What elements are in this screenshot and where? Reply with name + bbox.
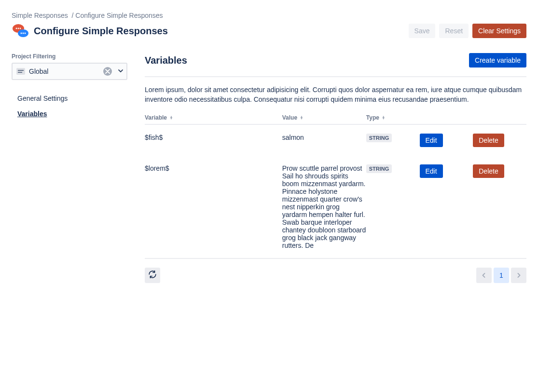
cell-value: salmon bbox=[282, 134, 366, 141]
section-description: Lorem ipsum, dolor sit amet consectetur … bbox=[145, 85, 526, 105]
col-header-type[interactable]: Type ▲▼ bbox=[366, 114, 420, 121]
delete-button[interactable]: Delete bbox=[473, 164, 504, 178]
chevron-right-icon bbox=[516, 271, 521, 279]
project-filtering-label: Project Filtering bbox=[12, 53, 127, 60]
pager-prev-button[interactable] bbox=[476, 268, 492, 283]
create-variable-button[interactable]: Create variable bbox=[469, 53, 526, 68]
table-row: $fish$ salmon STRING Edit Delete bbox=[145, 125, 526, 156]
section-title: Variables bbox=[145, 55, 187, 66]
sidebar-item-variables[interactable]: Variables bbox=[17, 110, 127, 118]
cell-variable: $fish$ bbox=[145, 134, 282, 141]
table-row: $lorem$ Prow scuttle parrel provost Sail… bbox=[145, 156, 526, 258]
chevron-down-icon bbox=[118, 68, 124, 75]
breadcrumb-current: Configure Simple Responses bbox=[75, 12, 163, 19]
pager-next-button[interactable] bbox=[511, 268, 526, 283]
pager-page-1-button[interactable]: 1 bbox=[494, 268, 509, 283]
svg-point-5 bbox=[21, 33, 22, 34]
app-logo-icon bbox=[12, 22, 29, 40]
chevron-left-icon bbox=[482, 271, 486, 279]
svg-point-6 bbox=[23, 33, 24, 34]
sort-icon: ▲▼ bbox=[382, 116, 385, 120]
svg-point-2 bbox=[16, 28, 17, 29]
page-title: Configure Simple Responses bbox=[34, 26, 168, 37]
save-button[interactable]: Save bbox=[409, 24, 436, 38]
refresh-icon bbox=[148, 270, 157, 280]
type-badge: STRING bbox=[366, 164, 392, 173]
svg-point-4 bbox=[20, 28, 21, 29]
reset-button[interactable]: Reset bbox=[439, 24, 469, 38]
sidebar-item-general-settings[interactable]: General Settings bbox=[17, 95, 127, 102]
cell-value: Prow scuttle parrel provost Sail ho shro… bbox=[282, 164, 366, 249]
sort-icon: ▲▼ bbox=[169, 116, 173, 120]
project-filter-select[interactable]: Global bbox=[12, 63, 127, 80]
breadcrumb: Simple Responses / Configure Simple Resp… bbox=[12, 12, 526, 19]
clear-filter-icon[interactable] bbox=[103, 67, 112, 76]
project-filter-value: Global bbox=[29, 68, 99, 75]
type-badge: STRING bbox=[366, 134, 392, 142]
edit-button[interactable]: Edit bbox=[420, 134, 443, 147]
refresh-button[interactable] bbox=[145, 268, 160, 283]
col-header-variable[interactable]: Variable ▲▼ bbox=[145, 114, 282, 121]
clear-settings-button[interactable]: Clear Settings bbox=[472, 24, 526, 38]
project-icon bbox=[16, 68, 25, 75]
sort-icon: ▲▼ bbox=[300, 116, 303, 120]
edit-button[interactable]: Edit bbox=[420, 164, 443, 178]
delete-button[interactable]: Delete bbox=[473, 134, 504, 147]
breadcrumb-root-link[interactable]: Simple Responses bbox=[12, 12, 68, 19]
svg-point-7 bbox=[25, 33, 26, 34]
svg-point-3 bbox=[18, 28, 19, 29]
cell-variable: $lorem$ bbox=[145, 164, 282, 172]
col-header-value[interactable]: Value ▲▼ bbox=[282, 114, 366, 121]
